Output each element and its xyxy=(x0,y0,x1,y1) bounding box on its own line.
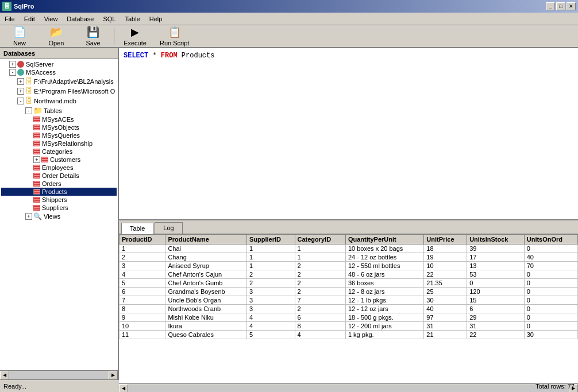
cell-7-5: 40 xyxy=(424,305,467,313)
close-button[interactable]: ✕ xyxy=(567,2,576,10)
menu-table[interactable]: Table xyxy=(120,14,144,24)
tree-msysqueries[interactable]: MSysQueries xyxy=(1,131,117,139)
scroll-track[interactable] xyxy=(9,371,109,379)
cell-8-2: 4 xyxy=(246,313,295,322)
scroll-left-btn[interactable]: ◀ xyxy=(0,371,9,380)
tree-customers[interactable]: + Customers xyxy=(1,156,117,164)
results-hscroll[interactable]: ◀ ▶ xyxy=(119,383,578,392)
tree-orderdetails[interactable]: Order Details xyxy=(1,172,117,180)
table-row[interactable]: 9Mishi Kobe Niku4618 - 500 g pkgs.97290 xyxy=(120,313,578,322)
sql-editor[interactable]: SELECT * FROM Products xyxy=(119,48,578,220)
expand-epf-icon[interactable]: + xyxy=(17,88,24,95)
table-icon-msysqueries xyxy=(33,133,40,138)
minimize-button[interactable]: _ xyxy=(546,2,555,10)
table-row[interactable]: 10Ikura4812 - 200 ml jars31310 xyxy=(120,322,578,331)
table-row[interactable]: 11Queso Cabrales541 kg pkg.212230 xyxy=(120,331,578,339)
tree-northwind[interactable]: - 🗄 Northwind.mdb xyxy=(1,96,117,106)
table-row[interactable]: 2Chang1124 - 12 oz bottles191740 xyxy=(120,253,578,262)
cell-4-7: 0 xyxy=(524,279,577,288)
expand-fru-icon[interactable]: + xyxy=(17,78,24,85)
table-icon-employees xyxy=(33,165,40,170)
table-row[interactable]: 7Uncle Bob's Organ3712 - 1 lb pkgs.30150 xyxy=(120,296,578,305)
tree-shippers[interactable]: Shippers xyxy=(1,196,117,204)
new-label: New xyxy=(13,40,26,46)
expand-customers-icon[interactable]: + xyxy=(33,156,40,163)
cell-4-2: 2 xyxy=(246,279,295,288)
msysqueries-label: MSysQueries xyxy=(42,132,80,139)
menu-edit[interactable]: Edit xyxy=(20,14,40,24)
col-productid: ProductID xyxy=(120,235,165,244)
menu-sql[interactable]: SQL xyxy=(98,14,120,24)
table-icon-products xyxy=(33,189,40,195)
tree-products[interactable]: Products xyxy=(1,188,117,196)
cell-3-1: Chef Anton's Cajun xyxy=(165,270,247,279)
expand-tables-icon[interactable]: - xyxy=(25,107,32,114)
table-row[interactable]: 5Chef Anton's Gumb2236 boxes21.3500 xyxy=(120,279,578,288)
toolbar-separator-1 xyxy=(114,28,114,44)
cell-9-6: 31 xyxy=(467,322,525,331)
cell-8-5: 97 xyxy=(424,313,467,322)
menu-file[interactable]: File xyxy=(0,14,20,24)
cell-1-6: 17 xyxy=(467,253,525,262)
results-scroll-track[interactable] xyxy=(128,385,569,393)
cell-3-4: 48 - 6 oz jars xyxy=(345,270,423,279)
expand-northwind-icon[interactable]: - xyxy=(17,98,24,104)
maximize-button[interactable]: □ xyxy=(556,2,565,10)
cell-2-5: 10 xyxy=(424,262,467,270)
save-button[interactable]: 💾 Save xyxy=(76,26,110,46)
results-scroll-left-btn[interactable]: ◀ xyxy=(119,384,128,393)
execute-button[interactable]: ▶ Execute xyxy=(118,26,152,46)
cell-3-0: 4 xyxy=(120,270,165,279)
menu-database[interactable]: Database xyxy=(62,14,98,24)
tree-tables-folder[interactable]: - 📁 Tables xyxy=(1,106,117,115)
tree-views[interactable]: + 🔍 Views xyxy=(1,212,117,221)
tree-orders[interactable]: Orders xyxy=(1,180,117,188)
results-table: ProductID ProductName SupplierID Categor… xyxy=(119,234,578,339)
tree-categories[interactable]: Categories xyxy=(1,148,117,156)
scroll-right-btn[interactable]: ▶ xyxy=(109,371,118,380)
table-row[interactable]: 1Chai1110 boxes x 20 bags18390 xyxy=(120,244,578,253)
cell-5-3: 2 xyxy=(295,288,345,296)
tree-suppliers[interactable]: Suppliers xyxy=(1,204,117,212)
tables-folder-icon: 📁 xyxy=(33,106,43,115)
cell-0-5: 18 xyxy=(424,244,467,253)
table-row[interactable]: 4Chef Anton's Cajun2248 - 6 oz jars22530 xyxy=(120,270,578,279)
cell-4-6: 0 xyxy=(467,279,525,288)
tree-msysrelationship[interactable]: MSysRelationship xyxy=(1,139,117,148)
sidebar-hscroll[interactable]: ◀ ▶ xyxy=(0,370,118,379)
tab-log[interactable]: Log xyxy=(155,222,182,234)
app-icon: 🗄 xyxy=(2,2,11,11)
tab-table[interactable]: Table xyxy=(121,223,153,234)
menu-view[interactable]: View xyxy=(40,14,63,24)
tree-sqlserver[interactable]: + SqlServer xyxy=(1,60,117,68)
table-icon-customers xyxy=(41,157,48,162)
table-row[interactable]: 3Aniseed Syrup1212 - 550 ml bottles10137… xyxy=(120,262,578,270)
expand-views-icon[interactable]: + xyxy=(25,213,32,220)
cell-0-6: 39 xyxy=(467,244,525,253)
northwind-icon: 🗄 xyxy=(25,96,33,105)
expand-msaccess-icon[interactable]: - xyxy=(9,69,16,76)
open-button[interactable]: 📂 Open xyxy=(39,26,74,46)
menu-help[interactable]: Help xyxy=(145,14,167,24)
cell-8-4: 18 - 500 g pkgs. xyxy=(345,313,423,322)
expand-sqlserver-icon[interactable]: + xyxy=(9,61,16,68)
table-row[interactable]: 8Northwoods Cranb3212 - 12 oz jars4060 xyxy=(120,305,578,313)
run-script-button[interactable]: 📋 Run Script xyxy=(155,26,194,46)
table-row[interactable]: 6Grandma's Boysenb3212 - 8 oz jars251200 xyxy=(120,288,578,296)
cell-7-3: 2 xyxy=(295,305,345,313)
tree-msysobjects[interactable]: MSysObjects xyxy=(1,123,117,131)
cell-8-7: 0 xyxy=(524,313,577,322)
table-icon-msysobjects xyxy=(33,125,40,130)
results-container[interactable]: ProductID ProductName SupplierID Categor… xyxy=(119,234,578,383)
tree-msysaces[interactable]: MSysACEs xyxy=(1,115,117,123)
new-button[interactable]: 📄 New xyxy=(2,26,37,46)
tree-msaccess[interactable]: - MSAccess xyxy=(1,68,117,76)
save-icon: 💾 xyxy=(87,26,99,38)
titlebar-controls[interactable]: _ □ ✕ xyxy=(546,2,576,10)
cell-4-4: 36 boxes xyxy=(345,279,423,288)
tree-db-fru[interactable]: + 🗄 F:\Fru\Adaptive\BL2Analysis xyxy=(1,76,117,86)
cell-7-0: 8 xyxy=(120,305,165,313)
cell-0-1: Chai xyxy=(165,244,247,253)
tree-db-epf[interactable]: + 🗄 E:\Program Files\Microsoft O xyxy=(1,86,117,96)
tree-employees[interactable]: Employees xyxy=(1,164,117,172)
